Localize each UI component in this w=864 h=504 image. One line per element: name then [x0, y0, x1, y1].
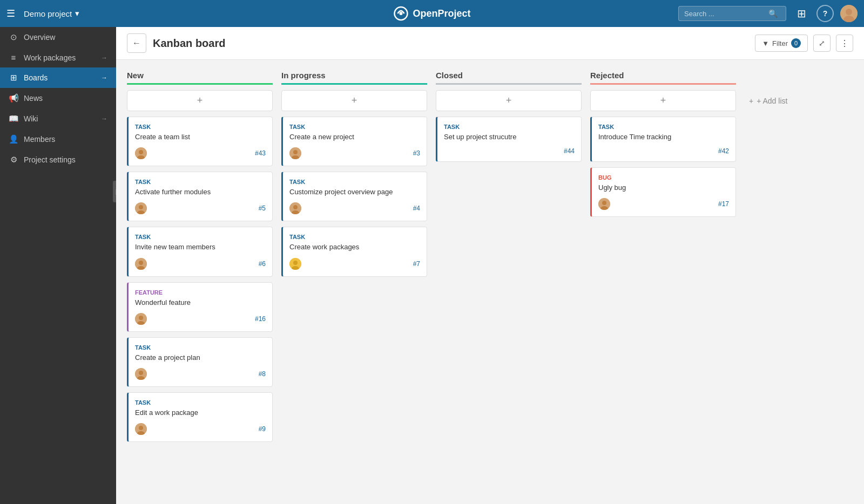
more-options-button[interactable]: ⋮ [836, 35, 853, 52]
card-title: Activate further modules [135, 187, 266, 197]
inprogress-cards: TASK Create a new project #3 TASK [281, 117, 427, 277]
sidebar-label-wiki: Wiki [24, 114, 38, 123]
add-card-inprogress[interactable]: + [281, 90, 427, 111]
card-avatar [598, 198, 610, 210]
sidebar-item-overview[interactable]: ⊙ Overview [0, 27, 116, 47]
search-icon: 🔍 [768, 9, 778, 18]
card-type: FEATURE [135, 289, 266, 296]
sidebar-collapse-handle[interactable]: | [113, 181, 116, 202]
card-17[interactable]: BUG Ugly bug #17 [590, 167, 736, 217]
sidebar-item-work-packages[interactable]: ≡ Work packages → [0, 47, 116, 67]
project-settings-icon: ⚙ [9, 155, 18, 165]
card-number: #9 [259, 425, 266, 433]
card-title: Edit a work package [135, 408, 266, 418]
card-8[interactable]: TASK Create a project plan #8 [127, 337, 273, 387]
svg-point-24 [293, 150, 298, 154]
wiki-icon: 📖 [9, 114, 18, 124]
card-number: #6 [259, 260, 266, 268]
card-4[interactable]: TASK Customize project overview page #4 [281, 172, 427, 221]
search-box[interactable]: 🔍 [678, 6, 786, 21]
card-type: TASK [289, 234, 420, 240]
filter-label: Filter [772, 39, 788, 47]
card-6[interactable]: TASK Invite new team members #6 [127, 227, 273, 276]
card-type: TASK [135, 344, 266, 351]
back-button[interactable]: ← [127, 33, 146, 53]
card-avatar [135, 202, 147, 214]
card-title: Create work packages [289, 242, 420, 252]
page-title: Kanban board [153, 37, 225, 50]
column-title-closed: Closed [436, 71, 463, 80]
grid-menu-icon[interactable]: ⊞ [793, 5, 810, 22]
card-avatar [135, 423, 147, 435]
add-list-button[interactable]: + + Add list [745, 92, 792, 110]
sidebar-item-project-settings[interactable]: ⚙ Project settings [0, 149, 116, 170]
svg-point-18 [139, 371, 143, 375]
sidebar-item-boards[interactable]: ⊞ Boards → [0, 67, 116, 88]
app-logo: OpenProject [393, 6, 470, 21]
page-header: ← Kanban board ▼ Filter 0 ⤢ ⋮ [116, 27, 864, 60]
card-title: Create a team list [135, 132, 266, 142]
card-type: TASK [444, 124, 575, 130]
svg-point-12 [139, 261, 143, 265]
card-title: Ugly bug [598, 183, 729, 193]
wiki-arrow: → [101, 115, 107, 122]
filter-icon: ▼ [762, 39, 769, 47]
column-closed: Closed + TASK Set up project strucutre #… [436, 71, 582, 162]
card-number: #16 [255, 315, 266, 323]
card-type: TASK [135, 234, 266, 240]
user-avatar[interactable] [840, 5, 858, 22]
filter-button[interactable]: ▼ Filter 0 [755, 35, 808, 52]
card-number: #17 [718, 200, 729, 208]
card-avatar [289, 147, 301, 159]
card-avatar [135, 258, 147, 270]
closed-cards: TASK Set up project strucutre #44 [436, 117, 582, 162]
card-avatar [289, 258, 301, 270]
help-icon[interactable]: ? [816, 5, 834, 22]
column-title-rejected: Rejected [590, 71, 624, 80]
fullscreen-button[interactable]: ⤢ [813, 35, 831, 52]
card-44[interactable]: TASK Set up project strucutre #44 [436, 117, 582, 162]
search-input[interactable] [684, 10, 765, 18]
sidebar-item-members[interactable]: 👤 Members [0, 129, 116, 149]
add-list-icon: + [749, 97, 753, 105]
card-7[interactable]: TASK Create work packages #7 [281, 227, 427, 276]
overview-icon: ⊙ [9, 32, 18, 42]
sidebar-item-wiki[interactable]: 📖 Wiki → [0, 108, 116, 129]
svg-point-9 [139, 205, 143, 209]
card-title: Customize project overview page [289, 187, 420, 197]
add-card-new[interactable]: + [127, 90, 273, 111]
work-packages-icon: ≡ [9, 53, 18, 62]
card-5[interactable]: TASK Activate further modules #5 [127, 172, 273, 221]
work-packages-arrow: → [101, 54, 107, 62]
main-layout: ⊙ Overview ≡ Work packages → ⊞ Boards → … [0, 27, 864, 504]
add-card-closed[interactable]: + [436, 90, 582, 111]
column-title-new: New [127, 71, 144, 80]
card-9[interactable]: TASK Edit a work package #9 [127, 392, 273, 442]
sidebar-item-news[interactable]: 📢 News [0, 88, 116, 108]
card-avatar [135, 313, 147, 325]
svg-point-6 [139, 150, 143, 154]
kanban-area: New + TASK Create a team list [116, 60, 864, 504]
hamburger-menu[interactable]: ☰ [6, 8, 15, 19]
more-icon: ⋮ [840, 38, 849, 49]
card-title: Introduce Time tracking [598, 132, 729, 142]
card-43[interactable]: TASK Create a team list #43 [127, 117, 273, 166]
sidebar-label-work-packages: Work packages [24, 53, 76, 62]
card-number: #3 [413, 149, 420, 157]
card-type: TASK [135, 124, 266, 130]
card-16[interactable]: FEATURE Wonderful feature #16 [127, 282, 273, 332]
column-new: New + TASK Create a team list [127, 71, 273, 442]
rejected-cards: TASK Introduce Time tracking #42 BUG Ugl… [590, 117, 736, 217]
card-title: Invite new team members [135, 242, 266, 252]
filter-count-badge: 0 [791, 38, 801, 48]
svg-point-30 [293, 261, 298, 265]
card-42[interactable]: TASK Introduce Time tracking #42 [590, 117, 736, 162]
svg-point-3 [846, 9, 852, 15]
add-card-rejected[interactable]: + [590, 90, 736, 111]
card-type: TASK [135, 179, 266, 185]
members-icon: 👤 [9, 134, 18, 144]
card-3[interactable]: TASK Create a new project #3 [281, 117, 427, 166]
svg-point-27 [293, 205, 298, 209]
svg-point-1 [399, 12, 402, 15]
project-selector[interactable]: Demo project ▾ [24, 9, 79, 18]
